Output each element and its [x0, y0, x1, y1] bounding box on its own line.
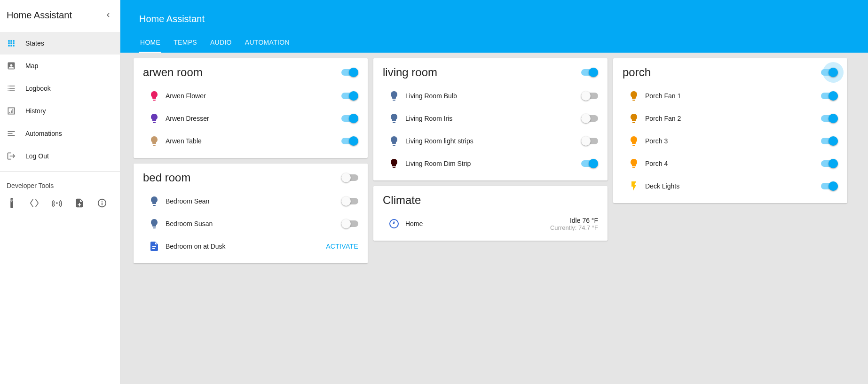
column-2: living room Living Room Bulb Living Room…	[373, 58, 608, 241]
toggle-arwen-flower[interactable]	[341, 91, 358, 101]
thermostat-icon[interactable]	[383, 218, 405, 229]
card-title: porch	[623, 66, 651, 79]
toggle-bedroom-susan[interactable]	[341, 219, 358, 228]
entity-label[interactable]: Living Room Dim Strip	[405, 160, 581, 167]
svg-point-0	[390, 219, 398, 228]
entity-label[interactable]: Porch 3	[645, 137, 821, 145]
entity-label[interactable]: Porch 4	[645, 160, 821, 167]
flash-icon[interactable]	[623, 180, 645, 192]
tab-automation[interactable]: AUTOMATION	[244, 33, 291, 53]
lightbulb-icon[interactable]	[623, 113, 645, 124]
toggle-porch-fan-2[interactable]	[821, 114, 838, 123]
sidebar-item-history[interactable]: History	[0, 100, 120, 122]
entity-label[interactable]: Home	[405, 220, 550, 227]
sidebar: Home Assistant States Map Logbook	[0, 0, 120, 384]
appbar: Home Assistant HOME TEMPS AUDIO AUTOMATI…	[120, 0, 868, 53]
lightbulb-icon[interactable]	[383, 158, 405, 169]
card-porch: porch Porch Fan 1 Porch Fan 2 Porch 3	[613, 58, 847, 203]
sidebar-divider	[0, 171, 120, 172]
toggle-arwen-master[interactable]	[341, 68, 358, 77]
entity-label[interactable]: Bedroom Sean	[166, 197, 341, 205]
tab-audio[interactable]: AUDIO	[209, 33, 233, 53]
card-bed-room: bed room Bedroom Sean Bedroom Susan Bedr…	[134, 164, 368, 263]
toggle-living-bulb[interactable]	[581, 91, 598, 101]
toggle-living-master[interactable]	[581, 68, 598, 77]
toggle-porch-master[interactable]	[821, 68, 838, 77]
info-icon[interactable]	[97, 198, 107, 208]
sidebar-item-label: History	[25, 107, 46, 115]
sidebar-item-automations[interactable]: Automations	[0, 122, 120, 145]
lightbulb-icon[interactable]	[383, 90, 405, 102]
sidebar-item-logbook[interactable]: Logbook	[0, 77, 120, 100]
entity-label[interactable]: Living Room Iris	[405, 115, 581, 122]
lightbulb-icon[interactable]	[143, 90, 166, 102]
tab-temps[interactable]: TEMPS	[173, 33, 198, 53]
lightbulb-icon[interactable]	[383, 135, 405, 147]
entity-label[interactable]: Arwen Table	[166, 137, 341, 145]
lightbulb-icon[interactable]	[143, 218, 166, 229]
radio-tower-icon[interactable]	[52, 198, 62, 208]
entity-label[interactable]: Bedroom Susan	[166, 220, 341, 227]
lightbulb-icon[interactable]	[143, 135, 166, 147]
entity-label[interactable]: Porch Fan 2	[645, 115, 821, 122]
dev-tools-heading: Developer Tools	[0, 175, 120, 193]
entity-label[interactable]: Living Room light strips	[405, 137, 581, 145]
sidebar-item-label: States	[25, 39, 44, 47]
entity-label[interactable]: Porch Fan 1	[645, 92, 821, 100]
entity-row: Living Room Iris	[383, 107, 598, 130]
lightbulb-icon[interactable]	[623, 90, 645, 102]
entity-label[interactable]: Arwen Dresser	[166, 115, 341, 122]
entity-row: Living Room light strips	[383, 130, 598, 152]
card-title: living room	[383, 66, 437, 79]
entity-row: Porch 3	[623, 130, 838, 152]
sidebar-item-logout[interactable]: Log Out	[0, 145, 120, 167]
toggle-arwen-table[interactable]	[341, 136, 358, 146]
climate-target: 76 °F	[582, 217, 598, 224]
activate-button[interactable]: ACTIVATE	[326, 243, 358, 250]
entity-row: Deck Lights	[623, 175, 838, 197]
sidebar-item-label: Automations	[25, 130, 62, 137]
lightbulb-icon[interactable]	[383, 113, 405, 124]
toggle-living-iris[interactable]	[581, 114, 598, 123]
toggle-porch-4[interactable]	[821, 159, 838, 168]
entity-label[interactable]: Living Room Bulb	[405, 92, 581, 100]
entity-row: Arwen Dresser	[143, 107, 358, 130]
entity-label[interactable]: Bedroom on at Dusk	[166, 243, 326, 250]
climate-current: 74.7 °F	[578, 224, 598, 231]
entity-label[interactable]: Arwen Flower	[166, 92, 341, 100]
page-title: Home Assistant	[139, 8, 849, 30]
column-1: arwen room Arwen Flower Arwen Dresser Ar…	[134, 58, 368, 263]
sidebar-item-states[interactable]: States	[0, 32, 120, 55]
main: Home Assistant HOME TEMPS AUDIO AUTOMATI…	[120, 0, 868, 384]
file-icon[interactable]	[74, 198, 85, 208]
entity-row: Home Idle 76 °F Currently: 74.7 °F	[383, 212, 598, 235]
toggle-porch-3[interactable]	[821, 136, 838, 146]
toggle-living-dim-strip[interactable]	[581, 159, 598, 168]
toggle-living-strips[interactable]	[581, 136, 598, 146]
account-box-icon	[7, 61, 25, 71]
remote-icon[interactable]	[7, 198, 17, 208]
sidebar-item-map[interactable]: Map	[0, 55, 120, 77]
lightbulb-icon[interactable]	[143, 113, 166, 124]
toggle-bed-master[interactable]	[341, 173, 358, 182]
grid-icon	[7, 39, 25, 48]
code-icon[interactable]	[29, 198, 39, 208]
climate-mode: Idle	[570, 217, 581, 224]
toggle-bedroom-sean[interactable]	[341, 196, 358, 206]
tab-home[interactable]: HOME	[139, 33, 161, 53]
toggle-deck-lights[interactable]	[821, 181, 838, 191]
card-arwen-room: arwen room Arwen Flower Arwen Dresser Ar…	[134, 58, 368, 158]
script-icon[interactable]	[143, 241, 166, 252]
entity-label[interactable]: Deck Lights	[645, 182, 821, 190]
collapse-sidebar-icon[interactable]	[104, 11, 112, 19]
sidebar-header: Home Assistant	[0, 0, 120, 30]
lightbulb-icon[interactable]	[143, 196, 166, 207]
lightbulb-icon[interactable]	[623, 135, 645, 147]
entity-row: Bedroom Susan	[143, 212, 358, 235]
lines-icon	[7, 129, 25, 138]
tabs: HOME TEMPS AUDIO AUTOMATION	[139, 30, 849, 53]
climate-current-label: Currently:	[550, 224, 578, 231]
toggle-porch-fan-1[interactable]	[821, 91, 838, 101]
lightbulb-icon[interactable]	[623, 158, 645, 169]
toggle-arwen-dresser[interactable]	[341, 114, 358, 123]
